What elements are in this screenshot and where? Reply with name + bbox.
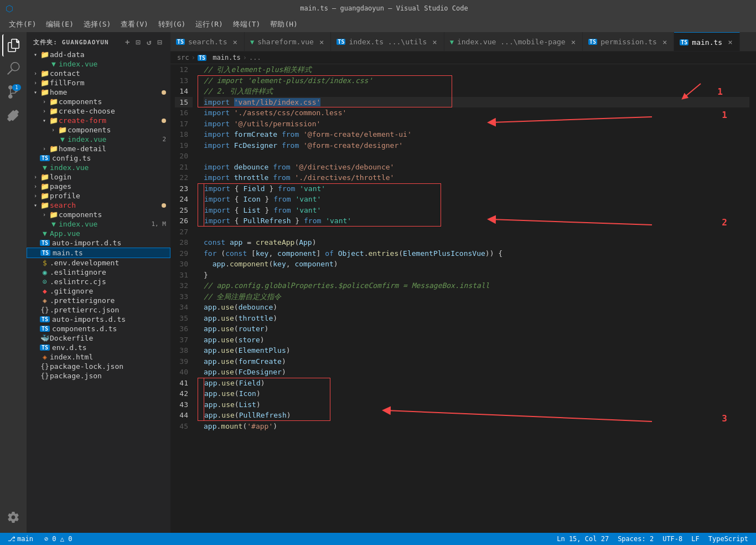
code-line-23: import { Field } from 'vant' (204, 183, 749, 194)
folder-icon: 📁 (40, 79, 50, 87)
tree-item-env-d-ts[interactable]: TS env.d.ts (27, 343, 170, 352)
code-line-22: import throttle from './directives/throt… (204, 172, 749, 183)
menu-file[interactable]: 文件(F) (4, 18, 40, 30)
menu-terminal[interactable]: 终端(T) (229, 18, 265, 30)
breadcrumb-src[interactable]: src (177, 54, 189, 61)
tree-item-components-1[interactable]: › 📁 components (27, 97, 170, 106)
breadcrumb-main-ts[interactable]: TS main.ts (198, 54, 241, 61)
code-content[interactable]: 1 // 引入element-plus相关样式 // im (197, 64, 756, 533)
tree-item-index-html[interactable]: ◈ index.html (27, 352, 170, 362)
tree-item-env-dev[interactable]: $ .env.development (27, 258, 170, 268)
tree-item-fillform[interactable]: › 📁 fillForm (27, 78, 170, 88)
status-spaces[interactable]: Spaces: 2 (615, 535, 656, 543)
status-errors[interactable]: ⊘ 0 △ 0 (42, 535, 75, 543)
tree-item-search-components[interactable]: › 📁 components (27, 210, 170, 219)
tree-item-eslintignore[interactable]: ◉ .eslintignore (27, 268, 170, 277)
tree-item-profile[interactable]: › 📁 profile (27, 191, 170, 200)
tab-close[interactable]: × (318, 37, 325, 47)
tree-item-app-vue[interactable]: ▼ App.vue (27, 229, 170, 238)
tree-item-index-vue-cf[interactable]: ▼ index.vue 2 (27, 135, 170, 144)
tab-shareform-vue[interactable]: ▼ shareform.vue × (245, 32, 331, 52)
folder-icon: 📁 (40, 182, 50, 191)
tree-item-add-data[interactable]: ▾ 📁 add-data (27, 50, 170, 59)
code-line-25: import { List } from 'vant' (204, 205, 749, 216)
status-branch[interactable]: ⎇ main (6, 535, 35, 543)
code-line-21: import debounce from '@/directives/debou… (204, 162, 749, 173)
breadcrumb-dots[interactable]: ... (249, 54, 261, 61)
folder-icon: 📁 (58, 126, 68, 134)
activity-source-control[interactable]: 1 (2, 81, 24, 103)
activity-files[interactable] (2, 34, 24, 56)
code-line-43: app.use(List) (204, 399, 749, 410)
tree-item-eslintrc[interactable]: ⊙ .eslintrc.cjs (27, 277, 170, 286)
tree-item-login[interactable]: › 📁 login (27, 172, 170, 182)
tab-close[interactable]: × (727, 37, 733, 47)
tree-item-prettierignore[interactable]: ◈ .prettierignore (27, 296, 170, 305)
modified-dot (162, 90, 166, 95)
menu-select[interactable]: 选择(S) (79, 18, 115, 30)
tab-main-ts[interactable]: TS main.ts × (674, 32, 739, 52)
source-control-badge: 1 (12, 84, 21, 91)
tree-item-create-form[interactable]: ▾ 📁 create-form (27, 116, 170, 125)
menu-view[interactable]: 查看(V) (116, 18, 152, 30)
tab-index-vue-mobile[interactable]: ▼ index.vue ...\mobile-page × (444, 32, 583, 52)
tab-search-ts[interactable]: TS search.ts × (170, 32, 245, 52)
tree-arrow: › (31, 70, 40, 76)
status-language[interactable]: TypeScript (706, 535, 750, 543)
tab-close[interactable]: × (661, 37, 668, 47)
tree-item-home-detail[interactable]: › 📁 home-detail (27, 144, 170, 153)
new-folder-icon[interactable]: ⊡ (134, 37, 142, 48)
ts-tab-icon: TS (680, 39, 688, 45)
code-line-31: } (204, 270, 749, 281)
tree-item-package-json[interactable]: {} package.json (27, 371, 170, 381)
tab-close[interactable]: × (232, 37, 239, 47)
menu-edit[interactable]: 编辑(E) (42, 18, 77, 30)
ts-icon: TS (40, 240, 50, 246)
activitybar: 1 (0, 32, 27, 533)
folder-icon: 📁 (49, 116, 59, 125)
tree-item-prettierrc[interactable]: {} .prettierrc.json (27, 305, 170, 315)
refresh-icon[interactable]: ↺ (146, 37, 153, 48)
tree-item-search[interactable]: ▾ 📁 search (27, 200, 170, 210)
status-ln-col[interactable]: Ln 15, Col 27 (555, 535, 611, 543)
tree-item-package-lock[interactable]: {} package-lock.json (27, 362, 170, 371)
tree-item-search-index-vue[interactable]: ▼ index.vue 1, M (27, 219, 170, 229)
tab-index-ts-utils[interactable]: TS index.ts ...\utils × (331, 32, 444, 52)
tree-item-index-vue-root[interactable]: ▼ index.vue (27, 163, 170, 172)
tab-close[interactable]: × (431, 37, 438, 47)
tree-item-contact[interactable]: › 📁 contact (27, 69, 170, 78)
menu-run[interactable]: 运行(R) (191, 18, 227, 30)
tab-permission-ts[interactable]: TS permission.ts × (583, 32, 674, 52)
tree-item-pages[interactable]: › 📁 pages (27, 182, 170, 191)
tree-item-auto-imports[interactable]: TS auto-imports.d.ts (27, 315, 170, 324)
activity-settings[interactable] (2, 506, 24, 528)
tree-item-home[interactable]: ▾ 📁 home (27, 88, 170, 97)
vue-icon: ▼ (40, 229, 50, 238)
tree-item-main-ts[interactable]: TS main.ts (27, 248, 170, 258)
tree-item-config-ts[interactable]: TS config.ts (27, 153, 170, 163)
collapse-icon[interactable]: ⊟ (156, 37, 164, 48)
line-numbers: 12 13 14 15 16 17 18 19 20 21 22 23 24 2… (170, 64, 197, 533)
tree-arrow: ▾ (31, 52, 40, 58)
new-file-icon[interactable]: + (124, 37, 132, 48)
code-line-36: app.use(router) (204, 323, 749, 335)
folder-icon: 📁 (40, 192, 50, 200)
tree-item-components-d-ts[interactable]: TS components.d.ts (27, 324, 170, 333)
status-encoding[interactable]: UTF-8 (660, 535, 685, 543)
status-eol[interactable]: LF (689, 535, 701, 543)
tree-item-auto-import[interactable]: TS auto-import.d.ts (27, 238, 170, 248)
menu-help[interactable]: 帮助(H) (266, 18, 302, 30)
tree-item-index-vue-1[interactable]: ▼ index.vue (27, 59, 170, 69)
code-line-38: app.use(ElementPlus) (204, 345, 749, 356)
menu-goto[interactable]: 转到(G) (154, 18, 190, 30)
json-icon: {} (40, 362, 50, 371)
tab-close[interactable]: × (570, 37, 577, 47)
code-editor[interactable]: 12 13 14 15 16 17 18 19 20 21 22 23 24 2… (170, 64, 756, 533)
tree-item-create-choose[interactable]: › 📁 create-choose (27, 106, 170, 116)
activity-extensions[interactable] (2, 104, 24, 126)
activitybar-bottom (2, 506, 24, 528)
tree-item-dockerfile[interactable]: 🐳 Dockerfile (27, 333, 170, 343)
tree-item-gitignore[interactable]: ◆ .gitignore (27, 286, 170, 296)
tree-item-components-2[interactable]: › 📁 components (27, 125, 170, 135)
activity-search[interactable] (2, 58, 24, 80)
